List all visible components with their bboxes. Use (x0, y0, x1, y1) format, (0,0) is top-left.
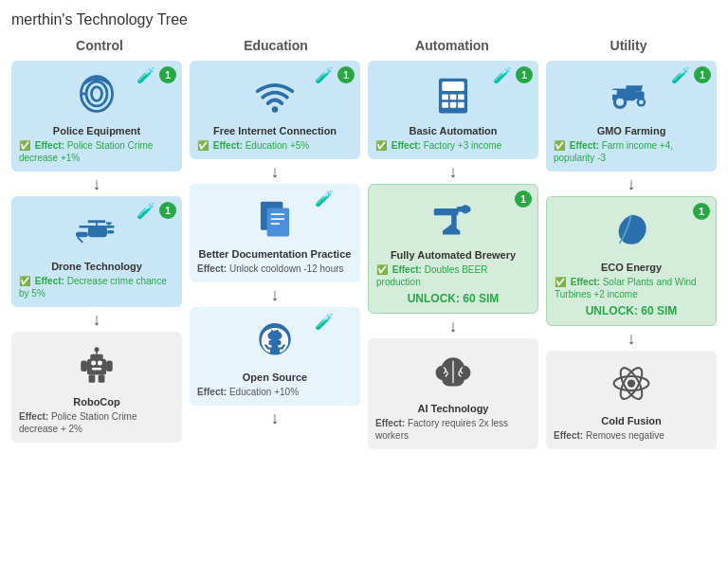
flask-icon: 🧪 (136, 202, 155, 220)
card-title: Fully Automated Brewery (376, 249, 530, 261)
card-effect: Effect: Removes negative (554, 429, 709, 442)
effect-label: Effect: (571, 277, 600, 287)
card-drone-technology[interactable]: 🧪 1 Drone Technology (11, 196, 182, 307)
card-effect: ✅ Effect: Factory +3 income (375, 139, 531, 152)
card-police-equipment[interactable]: 🧪 1 Police Equipment ✅ Effect: (11, 61, 182, 172)
flask-icon: 🧪 (315, 190, 334, 208)
card-effect: Effect: Education +10% (197, 386, 353, 398)
badge: 1 (337, 66, 355, 83)
svg-point-2 (91, 87, 101, 101)
svg-marker-47 (626, 85, 643, 91)
effect-label: Effect: (197, 263, 227, 274)
badge: 1 (159, 66, 176, 83)
card-effect: ✅ Effect: Education +5% (197, 139, 353, 152)
card-effect: Effect: Factory requires 2x less workers (375, 417, 531, 442)
check-icon: ✅ (19, 276, 30, 286)
card-title: RoboCop (19, 396, 174, 408)
card-robocop[interactable]: RoboCop Effect: Police Station Crime dec… (11, 332, 182, 443)
effect-label: Effect: (19, 411, 48, 422)
svg-rect-15 (90, 354, 102, 361)
svg-rect-34 (442, 94, 448, 100)
svg-point-1 (86, 82, 107, 106)
column-automation: 🧪 1 Basic Automation (368, 61, 538, 449)
card-better-docs[interactable]: 🧪 Better Documentation Practice Effect: … (190, 184, 360, 282)
svg-point-53 (628, 379, 635, 387)
arrow: ↓ (271, 163, 280, 180)
columns-container: 🧪 1 Police Equipment ✅ Effect: (11, 61, 717, 449)
svg-point-49 (616, 99, 624, 106)
badge: 1 (693, 203, 710, 220)
card-open-source[interactable]: 🧪 Open Source Effect: Education +10% (190, 307, 360, 406)
svg-rect-6 (76, 232, 88, 238)
card-effect: Effect: Police Station Crime decrease + … (19, 410, 174, 435)
svg-point-16 (91, 360, 96, 365)
svg-rect-18 (92, 368, 101, 371)
svg-rect-52 (612, 90, 617, 95)
effect-label: Effect: (375, 418, 405, 428)
card-effect: ✅ Effect: Decrease crime chance by 5% (19, 275, 174, 299)
svg-line-13 (78, 237, 83, 243)
card-free-internet[interactable]: 🧪 1 Free Internet Connection ✅ Effect: E… (190, 61, 360, 159)
card-title: Open Source (197, 372, 353, 383)
check-icon: ✅ (375, 140, 387, 151)
card-effect: Effect: Unlock cooldown -12 hours (197, 263, 353, 275)
svg-rect-14 (87, 359, 106, 375)
arrow: ↓ (93, 175, 101, 192)
svg-rect-19 (81, 360, 87, 372)
svg-rect-5 (88, 227, 107, 237)
arrow: ↓ (271, 286, 280, 303)
effect-text: Education +10% (229, 387, 299, 397)
badge: 1 (159, 202, 176, 219)
svg-rect-33 (442, 82, 464, 91)
effect-text: Removes negative (586, 430, 664, 441)
card-gmo-farming[interactable]: 🧪 1 GMO Farming ✅ (546, 61, 717, 172)
arrow: ↓ (449, 163, 458, 180)
arrow: ↓ (628, 175, 636, 192)
page-title: merthin's Technology Tree (11, 11, 717, 28)
flask-icon: 🧪 (671, 66, 690, 84)
card-title: Police Equipment (19, 125, 174, 136)
check-icon: ✅ (554, 140, 565, 151)
column-utility: 🧪 1 GMO Farming ✅ (546, 61, 717, 449)
check-icon: ✅ (376, 264, 388, 275)
card-effect: ✅ Effect: Police Station Crime decrease … (19, 139, 174, 164)
svg-point-24 (94, 347, 99, 352)
card-basic-automation[interactable]: 🧪 1 Basic Automation (368, 61, 538, 159)
svg-rect-21 (89, 374, 96, 382)
arrow: ↓ (449, 317, 458, 335)
effect-label: Effect: (391, 140, 421, 151)
card-cold-fusion[interactable]: Cold Fusion Effect: Removes negative (546, 351, 717, 449)
card-title: Basic Automation (375, 125, 531, 136)
svg-point-51 (639, 100, 644, 104)
col-header-automation: Automation (365, 38, 540, 53)
flask-icon: 🧪 (493, 66, 512, 84)
check-icon: ✅ (197, 140, 209, 151)
card-eco-energy[interactable]: 1 ECO Energy ✅ Effect: Solar Plants and … (546, 196, 717, 326)
badge: 1 (515, 190, 532, 208)
svg-rect-38 (450, 102, 457, 108)
effect-label: Effect: (392, 264, 422, 275)
effect-label: Effect: (213, 140, 243, 151)
flask-icon: 🧪 (136, 66, 155, 84)
atom-icon (554, 362, 709, 411)
check-icon: ✅ (19, 140, 30, 151)
effect-label: Effect: (197, 387, 227, 397)
effect-label: Effect: (570, 140, 599, 151)
card-title: Drone Technology (19, 261, 174, 272)
svg-rect-37 (442, 102, 448, 108)
column-headers: Control Education Automation Utility (11, 38, 717, 53)
card-title: ECO Energy (555, 262, 708, 273)
card-effect: ✅ Effect: Solar Plants and Wind Turbines… (555, 276, 708, 300)
badge: 1 (694, 66, 711, 83)
card-fully-automated-brewery[interactable]: 1 Fully Automated Brewery ✅ Effect: Doub… (368, 184, 538, 314)
column-control: 🧪 1 Police Equipment ✅ Effect: (11, 61, 182, 449)
effect-text: Unlock cooldown -12 hours (229, 263, 344, 274)
effect-label: Effect: (35, 140, 64, 151)
brain-icon (375, 350, 531, 399)
svg-rect-22 (99, 374, 105, 382)
svg-point-17 (98, 360, 102, 365)
card-ai-technology[interactable]: AI Technology Effect: Factory requires 2… (368, 338, 538, 449)
col-header-control: Control (12, 38, 188, 53)
effect-text: Education +5% (246, 140, 310, 151)
card-title: AI Technology (375, 403, 531, 414)
